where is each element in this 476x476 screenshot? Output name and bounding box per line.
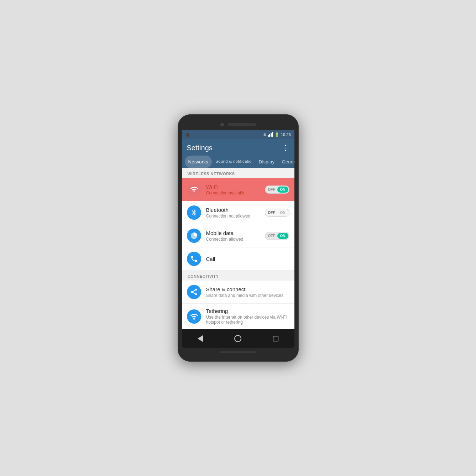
clock: 10:26 [281,132,291,137]
section-header-connectivity: CONNECTIVITY [182,271,294,281]
battery-icon: 🔋 [274,132,279,137]
recents-icon [273,336,278,341]
status-right: ⊞ 🔋 10:26 [263,132,291,137]
mobile-data-title: Mobile data [206,230,257,236]
bluetooth-icon [190,209,198,216]
mobile-data-text: Mobile data Connection allowed [206,230,257,242]
bluetooth-title: Bluetooth [206,207,257,213]
share-connect-title: Share & connect [206,286,289,292]
svg-point-1 [195,289,197,291]
back-button[interactable] [194,334,207,343]
tethering-row[interactable]: Tethering Use the Internet on other devi… [182,304,294,329]
signal-bars [268,132,273,137]
tab-bar: Networks Sound & notificatio Display Gen… [182,156,294,168]
tether-icon-wrap [187,309,201,324]
wifi-toggle[interactable]: OFF ON [265,185,289,194]
navigation-bar [182,329,294,348]
share-connect-text: Share & connect Share data and media wit… [206,286,289,298]
settings-content: WIRELESS NETWORKS Wi-Fi Connection avail… [182,168,294,329]
status-left: ⬛ [185,133,190,137]
phone-bottom-hardware [182,348,294,353]
svg-point-2 [191,291,193,293]
call-icon [190,255,198,263]
phone-device: ⬛ ⊞ 🔋 10:26 Settings ⋮ Networks Soun [178,114,299,362]
wifi-icon-wrap [187,182,201,197]
mobile-icon-wrap [187,229,201,243]
mobile-data-subtitle: Connection allowed [206,237,257,242]
bluetooth-subtitle: Connection not allowed [206,214,257,219]
bluetooth-toggle-on: ON [277,210,288,216]
app-title: Settings [187,144,213,152]
bluetooth-toggle-off: OFF [266,210,277,216]
wifi-toggle-off: OFF [266,187,277,193]
tethering-icon [190,313,198,320]
bluetooth-toggle[interactable]: OFF ON [265,209,289,217]
mobile-data-toggle[interactable]: OFF ON [265,232,289,240]
speaker-grille [227,123,256,126]
divider-mobile [261,229,261,243]
share-connect-row[interactable]: Share & connect Share data and media wit… [182,281,294,304]
bluetooth-icon-wrap [187,205,201,220]
mobile-toggle-on: ON [277,233,288,239]
camera-dot [220,123,224,126]
recents-button[interactable] [269,334,282,343]
notification-icon: ⬛ [185,133,190,137]
tab-networks[interactable]: Networks [185,156,212,168]
wifi-text: Wi-Fi Connection available [206,184,257,195]
svg-line-5 [193,290,195,292]
svg-point-3 [195,293,197,295]
svg-rect-7 [194,319,194,320]
wifi-toggle-on: ON [277,187,288,193]
call-text: Call [206,256,289,262]
svg-line-4 [193,292,195,294]
share-icon [190,288,198,296]
tethering-text: Tethering Use the Internet on other devi… [206,308,289,325]
wifi-row[interactable]: Wi-Fi Connection available OFF ON [182,178,294,201]
share-connect-subtitle: Share data and media with other devices [206,293,289,298]
bluetooth-text: Bluetooth Connection not allowed [206,207,257,219]
overflow-menu-button[interactable]: ⋮ [282,143,289,152]
sim-icon: ⊞ [263,133,266,136]
divider-wifi [261,182,261,197]
share-icon-wrap [187,285,201,299]
divider-bluetooth [261,205,261,220]
back-icon [198,335,203,342]
mobile-data-row[interactable]: Mobile data Connection allowed OFF ON [182,224,294,247]
call-icon-wrap [187,252,201,266]
bluetooth-row[interactable]: Bluetooth Connection not allowed OFF ON [182,201,294,224]
tab-display[interactable]: Display [255,156,278,168]
call-title: Call [206,256,289,262]
status-bar: ⬛ ⊞ 🔋 10:26 [182,130,294,139]
bottom-speaker [220,351,256,353]
app-bar: Settings ⋮ [182,139,294,156]
wifi-icon [190,185,198,193]
tethering-title: Tethering [206,308,289,314]
tab-general[interactable]: General [278,156,294,168]
phone-screen: ⬛ ⊞ 🔋 10:26 Settings ⋮ Networks Soun [182,130,294,348]
home-icon [234,335,241,342]
section-header-wireless: WIRELESS NETWORKS [182,168,294,178]
wifi-title: Wi-Fi [206,184,257,190]
phone-top-hardware [182,121,294,130]
home-button[interactable] [231,334,244,343]
wifi-subtitle: Connection available [206,190,257,195]
tethering-subtitle: Use the Internet on other devices via Wi… [206,315,289,325]
mobile-data-icon [190,232,198,240]
call-row[interactable]: Call [182,247,294,271]
tab-sound[interactable]: Sound & notificatio [212,156,255,168]
mobile-toggle-off: OFF [266,233,277,239]
